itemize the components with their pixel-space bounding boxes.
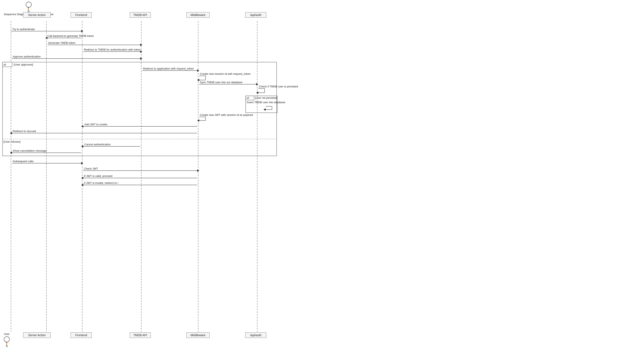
svg-marker-64 — [81, 145, 83, 148]
lifeline-tmdb-top: TMDB API — [130, 12, 151, 18]
lifeline-middleware-bottom: Middleware — [186, 332, 210, 338]
lifeline-frontend-bottom: Frontend — [71, 332, 92, 338]
svg-text:If JWT is valid, proceed: If JWT is valid, proceed — [84, 174, 112, 178]
svg-marker-19 — [140, 57, 142, 60]
svg-text:Generate TMDB token: Generate TMDB token — [48, 41, 76, 44]
svg-marker-79 — [81, 184, 83, 186]
diagram-svg: Try to authenticate Call backend to gene… — [0, 0, 638, 364]
svg-marker-67 — [10, 152, 12, 154]
svg-rect-22 — [3, 62, 12, 67]
svg-marker-53 — [197, 119, 199, 122]
svg-text:Subsequent calls: Subsequent calls — [13, 160, 34, 163]
svg-text:Create new JWT with session id: Create new JWT with session id as payloa… — [200, 113, 253, 116]
svg-marker-34 — [256, 83, 258, 86]
svg-text:Sync TMDB user into our databa: Sync TMDB user into our database — [200, 81, 242, 84]
svg-rect-42 — [246, 96, 254, 100]
svg-text:Call backend to generate TMDB : Call backend to generate TMDB token — [48, 34, 94, 38]
svg-text:alt: alt — [246, 96, 249, 100]
svg-text:Check if TMDB user is persiste: Check if TMDB user is persisted — [259, 85, 298, 88]
svg-marker-16 — [140, 50, 142, 53]
svg-text:Approve authentication: Approve authentication — [13, 55, 41, 58]
svg-marker-49 — [263, 108, 266, 111]
lifeline-api-auth-top: /api/auth — [245, 12, 266, 18]
lifeline-middleware-top: Middleware — [186, 12, 210, 18]
svg-text:[User not persisted]: [User not persisted] — [255, 96, 277, 100]
svg-rect-41 — [246, 96, 277, 113]
lifeline-server-action-bottom: Server Action — [23, 332, 51, 338]
svg-marker-70 — [81, 162, 83, 164]
svg-text:If JWT is invalid, redirect to: If JWT is invalid, redirect to / — [84, 181, 118, 184]
svg-marker-13 — [140, 44, 142, 46]
svg-text:Add JWT to cookie: Add JWT to cookie — [84, 123, 107, 126]
svg-marker-10 — [45, 37, 48, 39]
svg-text:[User refuses]: [User refuses] — [3, 140, 21, 143]
svg-text:Show cancellation message: Show cancellation message — [13, 149, 47, 152]
lifeline-tmdb-bottom: TMDB API — [130, 332, 151, 338]
svg-text:[User approves]: [User approves] — [14, 63, 33, 66]
svg-marker-7 — [81, 30, 83, 32]
svg-text:Redirect to /accueil: Redirect to /accueil — [13, 130, 36, 133]
svg-text:Insert TMDB user into database: Insert TMDB user into database — [247, 101, 285, 104]
svg-marker-31 — [197, 79, 199, 81]
svg-text:Cancel authentication: Cancel authentication — [84, 143, 111, 146]
lifeline-frontend-top: Frontend — [71, 12, 92, 18]
svg-text:Try to authenticate: Try to authenticate — [12, 28, 35, 31]
svg-rect-21 — [3, 62, 277, 156]
svg-text:alt: alt — [3, 63, 6, 66]
user-bottom-figure: User 🚶 — [4, 332, 10, 347]
svg-marker-59 — [10, 132, 12, 134]
svg-text:Redirect to application with r: Redirect to application with request_tok… — [143, 67, 194, 70]
svg-marker-76 — [81, 177, 83, 179]
svg-marker-56 — [81, 125, 83, 128]
svg-text:Redirect to TMDB for authentic: Redirect to TMDB for authentication with… — [84, 48, 141, 51]
lifeline-api-auth-bottom: /api/auth — [245, 332, 266, 338]
svg-marker-39 — [256, 92, 258, 94]
sequence-diagram: Try to authenticate Call backend to gene… — [0, 0, 638, 364]
svg-marker-73 — [197, 169, 199, 172]
svg-text:Create new session id with req: Create new session id with request_token — [200, 72, 251, 76]
lifeline-server-action-top: Server Action — [23, 12, 51, 18]
svg-text:Check JWT: Check JWT — [84, 167, 98, 170]
svg-marker-26 — [197, 69, 199, 72]
